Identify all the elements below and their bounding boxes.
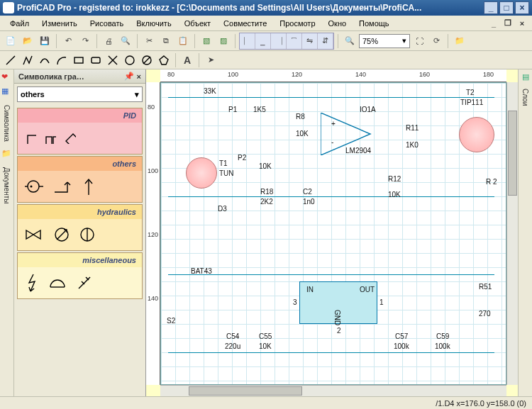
align-group: ⎸ ⎯ ⎹ ⎴ ⇋ ⇵: [239, 33, 334, 50]
panel-close-icon[interactable]: ×: [137, 72, 141, 81]
menu-draw[interactable]: Рисовать: [84, 18, 130, 29]
ruler-tick: 120: [292, 71, 302, 78]
scroll-thumb[interactable]: [508, 111, 517, 196]
label: 1: [379, 298, 384, 306]
menu-object[interactable]: Объект: [179, 18, 216, 29]
scroll-thumb[interactable]: [189, 386, 302, 396]
category-icons: [18, 267, 142, 298]
hydraulics-symbol-1-icon[interactable]: [25, 226, 45, 243]
text-tool-icon[interactable]: A: [179, 52, 195, 68]
menu-view[interactable]: Просмотр: [274, 18, 321, 29]
folder-small-icon[interactable]: 📁: [1, 149, 13, 160]
new-icon[interactable]: 📄: [3, 33, 18, 49]
mdi-restore-button[interactable]: ❐: [502, 18, 514, 28]
svg-marker-20: [26, 230, 33, 239]
menu-align[interactable]: Совместите: [218, 18, 272, 29]
align-left-icon[interactable]: ⎸: [240, 33, 255, 49]
copy-icon[interactable]: ⧉: [158, 33, 174, 49]
folder-icon[interactable]: 📁: [452, 33, 467, 49]
maximize-button[interactable]: □: [499, 1, 514, 14]
minimize-button[interactable]: _: [484, 1, 498, 14]
align-center-icon[interactable]: ⎯: [255, 33, 271, 49]
menu-enable[interactable]: Включить: [131, 18, 177, 29]
open-icon[interactable]: 📂: [20, 33, 35, 49]
label: P1: [228, 106, 237, 113]
category-miscellaneous[interactable]: miscellaneous: [17, 252, 143, 299]
curve-tool-icon[interactable]: [37, 52, 52, 68]
close-button[interactable]: ×: [515, 1, 529, 14]
zoom-value: 75%: [362, 37, 378, 45]
dock-tab-layers[interactable]: Слои: [520, 84, 531, 110]
print-preview-icon[interactable]: 🔍: [118, 33, 133, 49]
insert-image-icon[interactable]: ▧: [199, 33, 214, 49]
others-symbol-1-icon[interactable]: [25, 178, 45, 195]
flip-v-icon[interactable]: ⇵: [318, 33, 333, 49]
circle-tool-icon[interactable]: [122, 52, 138, 68]
menu-help[interactable]: Помощь: [353, 18, 395, 29]
zoom-icon[interactable]: 🔍: [342, 33, 358, 49]
pointer-tool-icon[interactable]: ➤: [203, 52, 218, 68]
polyline-tool-icon[interactable]: [20, 52, 35, 68]
print-icon[interactable]: 🖨: [101, 33, 116, 49]
menu-bar: Файл Изменить Рисовать Включить Объект С…: [0, 16, 532, 31]
menu-window[interactable]: Окно: [323, 18, 353, 29]
undo-icon[interactable]: ↶: [60, 33, 76, 49]
pid-symbol-3-icon[interactable]: [65, 133, 76, 144]
rrect-tool-icon[interactable]: [88, 52, 104, 68]
wire: [168, 352, 494, 353]
misc-symbol-1-icon[interactable]: [25, 273, 39, 293]
main-toolbar: 📄 📂 💾 ↶ ↷ 🖨 🔍 ✂ ⧉ 📋 ▧ ▨ ⎸ ⎯ ⎹ ⎴ ⇋ ⇵ 🔍 75…: [0, 31, 532, 51]
misc-symbol-3-icon[interactable]: [76, 274, 93, 291]
mdi-close-button[interactable]: ×: [516, 18, 528, 28]
others-symbol-2-icon[interactable]: [53, 178, 73, 195]
chevron-down-icon: ▾: [135, 90, 139, 99]
wire: [168, 274, 494, 275]
menu-file[interactable]: Файл: [4, 18, 35, 29]
line-tool-icon[interactable]: [3, 52, 18, 68]
scrollbar-horizontal[interactable]: [160, 385, 506, 396]
pid-symbol-1-icon[interactable]: [25, 133, 36, 144]
category-label: hydraulics: [18, 205, 142, 219]
ellipse-slash-icon[interactable]: [139, 52, 155, 68]
misc-symbol-2-icon[interactable]: [48, 276, 67, 290]
insert-picture-icon[interactable]: ▨: [216, 33, 231, 49]
mdi-minimize-button[interactable]: _: [488, 18, 499, 28]
dock-tab-symbols[interactable]: Символика: [1, 101, 12, 146]
heart-icon[interactable]: ❤: [1, 72, 13, 84]
paste-icon[interactable]: 📋: [175, 33, 191, 49]
align-right-icon[interactable]: ⎹: [271, 33, 287, 49]
pin-icon[interactable]: 📌: [124, 72, 134, 81]
svg-line-7: [143, 57, 150, 64]
cut-icon[interactable]: ✂: [141, 33, 157, 49]
zoom-select[interactable]: 75% ▾: [359, 34, 410, 48]
palette-icon[interactable]: ▦: [1, 86, 13, 98]
svg-rect-1: [74, 57, 83, 63]
layers-icon[interactable]: ▤: [522, 72, 529, 82]
polygon-tool-icon[interactable]: [156, 52, 172, 68]
arc-tool-icon[interactable]: [54, 52, 70, 68]
others-symbol-3-icon[interactable]: [82, 177, 96, 196]
hydraulics-symbol-3-icon[interactable]: [79, 226, 96, 243]
scrollbar-vertical[interactable]: [506, 82, 518, 385]
dock-tab-documents[interactable]: Документы: [1, 163, 12, 208]
category-hydraulics[interactable]: hydraulics: [17, 204, 143, 251]
hydraulics-symbol-2-icon[interactable]: [53, 226, 70, 243]
flip-h-icon[interactable]: ⇋: [302, 33, 318, 49]
align-top-icon[interactable]: ⎴: [287, 33, 302, 49]
category-others[interactable]: others: [17, 156, 143, 203]
rect-tool-icon[interactable]: [71, 52, 87, 68]
cross-tool-icon[interactable]: [105, 52, 121, 68]
svg-point-13: [28, 181, 39, 192]
save-icon[interactable]: 💾: [37, 33, 52, 49]
menu-edit[interactable]: Изменить: [36, 18, 83, 29]
redo-icon[interactable]: ↷: [77, 33, 93, 49]
zoom-fit-icon[interactable]: ⛶: [411, 33, 427, 49]
ruler-tick: 80: [167, 71, 174, 78]
schematic-canvas[interactable]: 33K P1 1K5 R8 10K IO1A LM2904 + - R11 1K…: [160, 82, 506, 385]
svg-rect-2: [92, 57, 100, 63]
refresh-icon[interactable]: ⟳: [428, 33, 444, 49]
pid-symbol-2-icon[interactable]: [45, 133, 56, 144]
transistor-t2: [459, 117, 494, 152]
category-pid[interactable]: PID: [17, 108, 143, 155]
category-combo[interactable]: others ▾: [17, 86, 143, 102]
